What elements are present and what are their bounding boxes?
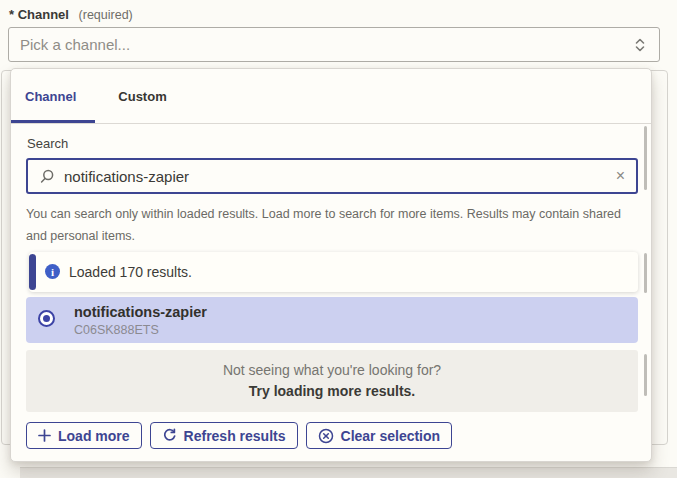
field-label-text: * Channel <box>9 7 69 22</box>
load-more-hint-box: Not seeing what you're looking for? Try … <box>26 350 638 412</box>
scrollbar-thumb[interactable] <box>644 253 647 293</box>
search-icon <box>40 169 55 184</box>
plus-icon <box>38 429 51 442</box>
channel-select[interactable]: Pick a channel... <box>8 27 660 62</box>
result-row-notifications-zapier[interactable]: notifications-zapier C06SK888ETS <box>26 297 638 343</box>
tab-custom[interactable]: Custom <box>118 89 166 104</box>
active-tab-underline <box>11 120 95 123</box>
clear-circle-icon <box>318 428 334 444</box>
clear-selection-button[interactable]: Clear selection <box>306 422 453 449</box>
search-input[interactable] <box>64 168 616 185</box>
tab-bar: Channel Custom <box>11 69 651 124</box>
refresh-icon <box>162 428 177 443</box>
banner-text: Loaded 170 results. <box>69 264 192 280</box>
channel-dropdown-panel: Channel Custom Search × You can search o… <box>10 68 652 462</box>
search-label: Search <box>27 137 638 151</box>
background-section-edge <box>20 467 677 478</box>
result-title: notifications-zapier <box>74 304 638 321</box>
load-more-button[interactable]: Load more <box>26 422 142 449</box>
banner-accent-bar <box>29 254 36 290</box>
result-channel-id: C06SK888ETS <box>74 323 638 338</box>
tab-channel[interactable]: Channel <box>25 89 76 104</box>
search-help-text: You can search only within loaded result… <box>26 203 638 247</box>
panel-content: Search × You can search only within load… <box>11 124 651 449</box>
scrollbar-thumb[interactable] <box>644 126 647 190</box>
info-icon: i <box>45 264 60 279</box>
radio-selected-icon[interactable] <box>38 310 55 327</box>
search-field: × <box>26 158 638 194</box>
results-info-banner: i Loaded 170 results. <box>29 252 638 292</box>
chevron-up-down-icon <box>632 36 648 54</box>
footer-buttons: Load more Refresh results Clear selectio… <box>26 422 638 449</box>
hint-action[interactable]: Try loading more results. <box>26 381 638 402</box>
hint-question: Not seeing what you're looking for? <box>26 360 638 381</box>
field-required-note: (required) <box>79 8 133 22</box>
channel-select-placeholder: Pick a channel... <box>20 36 130 53</box>
scrollbar-thumb[interactable] <box>644 354 647 396</box>
clear-search-icon[interactable]: × <box>616 168 625 184</box>
refresh-results-button[interactable]: Refresh results <box>150 422 298 449</box>
field-label: * Channel (required) <box>9 7 133 22</box>
